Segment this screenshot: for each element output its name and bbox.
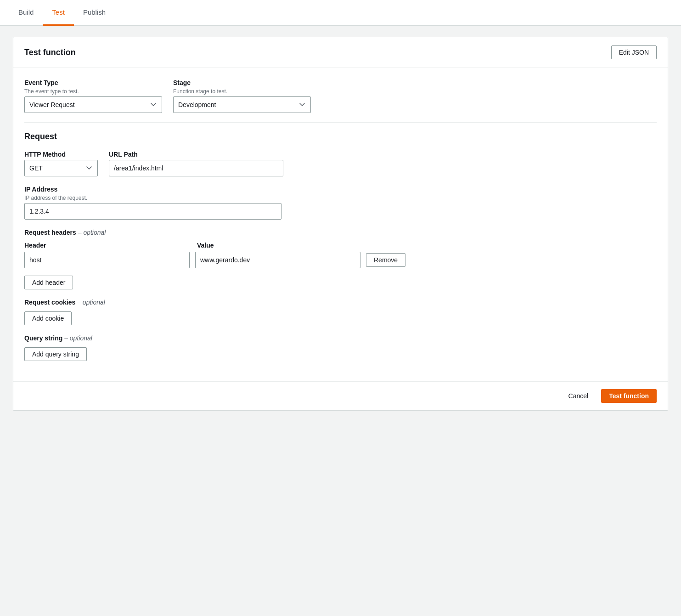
event-type-group: Event Type The event type to test. Viewe… <box>24 79 162 113</box>
edit-json-button[interactable]: Edit JSON <box>611 45 657 59</box>
header-value-group <box>195 252 360 268</box>
remove-header-button[interactable]: Remove <box>366 253 405 267</box>
header-key-group <box>24 252 190 268</box>
add-header-button[interactable]: Add header <box>24 276 73 289</box>
url-path-input[interactable] <box>109 160 283 176</box>
tab-bar: Build Test Publish <box>0 0 681 26</box>
test-function-button[interactable]: Test function <box>601 389 657 403</box>
panel-title: Test function <box>24 48 76 57</box>
event-type-label: Event Type <box>24 79 162 86</box>
request-headers-section: Request headers – optional Header Value <box>24 229 657 289</box>
tab-publish[interactable]: Publish <box>74 0 115 26</box>
panel-header: Test function Edit JSON <box>13 37 668 68</box>
request-cookies-label: Request cookies – optional <box>24 299 657 306</box>
http-method-group: HTTP Method GET POST PUT DELETE HEAD OPT… <box>24 151 98 176</box>
ip-input-wrapper <box>24 203 281 220</box>
test-function-panel: Test function Edit JSON Event Type The e… <box>13 37 668 411</box>
stage-select[interactable]: Development Live <box>173 96 311 113</box>
request-headers-label: Request headers – optional <box>24 229 657 236</box>
http-method-select[interactable]: GET POST PUT DELETE HEAD OPTIONS PATCH <box>24 160 98 176</box>
ip-address-hint: IP address of the request. <box>24 195 657 201</box>
event-type-stage-row: Event Type The event type to test. Viewe… <box>24 79 657 113</box>
main-content: Test function Edit JSON Event Type The e… <box>0 26 681 616</box>
ip-address-group: IP Address IP address of the request. <box>24 186 657 220</box>
header-col-label: Header <box>24 242 46 249</box>
request-cookies-section: Request cookies – optional Add cookie <box>24 299 657 325</box>
add-query-string-button[interactable]: Add query string <box>24 347 87 361</box>
method-url-row: HTTP Method GET POST PUT DELETE HEAD OPT… <box>24 151 657 176</box>
http-method-label: HTTP Method <box>24 151 98 158</box>
event-type-select[interactable]: Viewer Request Viewer Response Origin Re… <box>24 96 162 113</box>
add-query-string-wrapper: Add query string <box>24 347 657 361</box>
ip-address-label: IP Address <box>24 186 657 193</box>
header-value-input[interactable] <box>195 252 360 268</box>
url-path-group: URL Path <box>109 151 283 176</box>
panel-body: Event Type The event type to test. Viewe… <box>13 68 668 381</box>
header-key-input[interactable] <box>24 252 190 268</box>
event-type-hint: The event type to test. <box>24 88 162 95</box>
request-section-title: Request <box>24 132 657 141</box>
add-cookie-button[interactable]: Add cookie <box>24 311 72 325</box>
add-cookie-wrapper: Add cookie <box>24 311 657 325</box>
panel-footer: Cancel Test function <box>13 381 668 410</box>
tab-build[interactable]: Build <box>9 0 43 26</box>
stage-group: Stage Function stage to test. Developmen… <box>173 79 311 113</box>
query-string-label: Query string – optional <box>24 334 657 342</box>
stage-label: Stage <box>173 79 311 86</box>
header-row-1: Remove <box>24 252 657 268</box>
url-path-label: URL Path <box>109 151 283 158</box>
value-col-label: Value <box>197 242 214 249</box>
query-string-section: Query string – optional Add query string <box>24 334 657 361</box>
cancel-button[interactable]: Cancel <box>561 390 596 402</box>
divider-1 <box>24 122 657 123</box>
stage-hint: Function stage to test. <box>173 88 311 95</box>
ip-address-input[interactable] <box>24 203 281 220</box>
header-value-col-labels: Header Value <box>24 242 657 249</box>
tab-test[interactable]: Test <box>43 0 74 26</box>
